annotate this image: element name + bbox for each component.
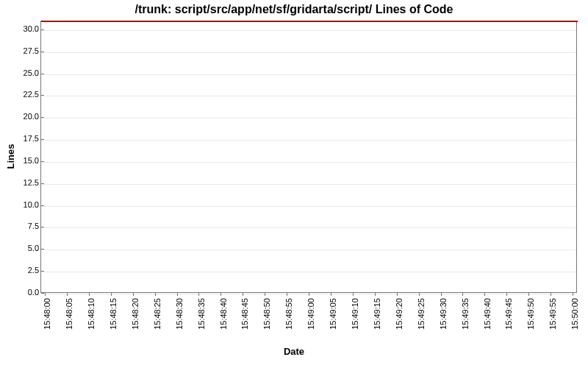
gridline [41, 74, 576, 75]
gridline [41, 52, 576, 53]
plot-area [40, 21, 577, 293]
y-tick-label: 2.5 [10, 266, 39, 275]
y-tick-label: 20.0 [10, 112, 39, 121]
x-tick-label: 15:48:10 [87, 298, 96, 330]
x-tick-label: 15:48:00 [43, 298, 51, 330]
x-tick-label: 15:48:30 [175, 298, 184, 330]
gridline [41, 140, 576, 141]
x-tick-label: 15:48:15 [109, 298, 118, 330]
x-tick-label: 15:48:05 [65, 298, 74, 330]
y-tick-label: 17.5 [10, 134, 39, 143]
gridline [41, 184, 576, 185]
chart-title: /trunk: script/src/app/net/sf/gridarta/s… [0, 3, 588, 16]
y-tick-label: 0.0 [10, 288, 39, 297]
x-tick-label: 15:49:20 [395, 298, 404, 330]
x-tick-label: 15:49:25 [417, 298, 426, 330]
x-tick-label: 15:48:35 [196, 298, 205, 330]
gridline [41, 227, 576, 228]
x-tick-label: 15:48:20 [131, 298, 140, 330]
gridline [41, 118, 576, 118]
y-tick-label: 12.5 [10, 178, 39, 187]
gridline [41, 162, 576, 163]
x-tick-label: 15:48:55 [284, 298, 293, 330]
x-tick-label: 15:49:35 [460, 298, 469, 330]
loc-chart: /trunk: script/src/app/net/sf/gridarta/s… [0, 0, 588, 368]
gridline [41, 272, 576, 272]
gridline [41, 96, 576, 96]
x-tick-label: 15:48:25 [153, 298, 162, 330]
x-tick-label: 15:49:10 [351, 298, 359, 330]
series-line [41, 21, 578, 22]
x-tick-label: 15:50:00 [570, 298, 579, 330]
x-tick-label: 15:49:30 [439, 298, 448, 330]
y-tick-label: 22.5 [10, 90, 39, 99]
y-tick-label: 15.0 [10, 156, 39, 165]
x-tick-label: 15:48:50 [262, 298, 271, 330]
x-tick-label: 15:48:45 [240, 298, 249, 330]
x-tick-label: 15:49:45 [504, 298, 513, 330]
x-tick-label: 15:49:00 [306, 298, 315, 330]
gridline [41, 30, 576, 31]
y-tick-label: 30.0 [10, 24, 39, 33]
x-tick-label: 15:49:50 [526, 298, 535, 330]
x-tick-label: 15:49:15 [373, 298, 381, 330]
gridline [41, 250, 576, 250]
y-tick-label: 27.5 [10, 46, 39, 55]
y-tick-label: 5.0 [10, 244, 39, 252]
y-tick-label: 25.0 [10, 68, 39, 77]
x-tick-label: 15:49:40 [482, 298, 491, 330]
y-tick-label: 10.0 [10, 200, 39, 209]
gridline [41, 206, 576, 207]
y-tick-label: 7.5 [10, 222, 39, 230]
x-tick-label: 15:49:05 [329, 298, 337, 330]
x-tick-label: 15:48:40 [218, 298, 227, 330]
x-axis-label: Date [0, 346, 588, 357]
x-tick-label: 15:49:55 [548, 298, 557, 330]
